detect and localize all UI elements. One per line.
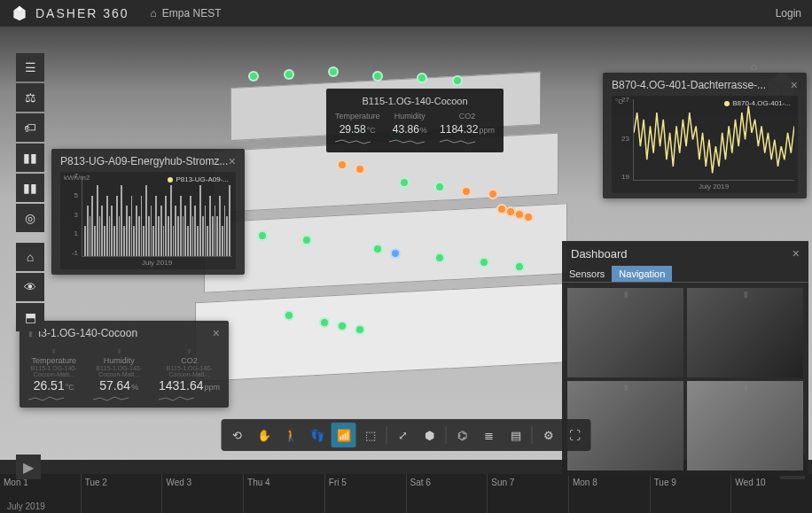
play-button[interactable]: ▶ bbox=[16, 455, 41, 479]
left-toolbar: ☰⚖🏷▮▮▮▮◎⌂👁⬒ bbox=[16, 53, 44, 331]
cocoon-panel[interactable]: ⦀ I3-1.OG-140-Cocoon × ⦀TemperatureB115-… bbox=[20, 321, 229, 408]
panel-title: P813-UG-A09-Energyhub-Stromz... bbox=[60, 155, 228, 167]
temperature-panel[interactable]: B870-4.OG-401-Dachterrasse-... × °C B870… bbox=[603, 73, 807, 198]
dashboard-thumbnail[interactable] bbox=[567, 288, 683, 377]
sensor-tooltip: B115-1.OG-140-Cocoon Temperature29.58°CH… bbox=[326, 89, 504, 152]
explode-icon[interactable]: ⤢ bbox=[391, 423, 416, 447]
logo-icon bbox=[11, 4, 28, 22]
panel-title: B870-4.OG-401-Dachterrasse-... bbox=[612, 79, 766, 91]
energy-panel[interactable]: P813-UG-A09-Energyhub-Stromz... × kWh/m2… bbox=[51, 149, 245, 275]
project-link[interactable]: ⌂ Empa NEST bbox=[151, 7, 222, 19]
eye-icon[interactable]: 👁 bbox=[16, 273, 44, 301]
chart-xlabel: July 2019 bbox=[633, 183, 794, 193]
cube-icon[interactable]: ⬢ bbox=[418, 423, 442, 447]
settings-icon[interactable]: ⚙ bbox=[536, 423, 561, 447]
home-icon: ⌂ bbox=[151, 7, 157, 19]
weight-icon[interactable]: ⚖ bbox=[16, 83, 44, 112]
tooltip-title: B115-1.OG-140-Cocoon bbox=[335, 96, 495, 106]
dashboard-title: Dashboard bbox=[571, 247, 628, 260]
footsteps-icon[interactable]: 👣 bbox=[305, 423, 330, 447]
pan-icon[interactable]: ✋ bbox=[252, 423, 277, 447]
project-name: Empa NEST bbox=[162, 7, 222, 19]
top-bar: DASHER 360 ⌂ Empa NEST Login bbox=[0, 0, 812, 27]
dashboard-grid bbox=[562, 283, 808, 476]
dashboard-panel[interactable]: Dashboard × SensorsNavigation bbox=[562, 241, 808, 476]
timeline-month-label: July 2019 bbox=[7, 501, 45, 511]
metric: ⦀HumidityB115-1.OG-140-Cocoon-Matt...57.… bbox=[93, 347, 144, 402]
target-icon[interactable]: ◎ bbox=[16, 204, 44, 232]
walk-icon[interactable]: 🚶 bbox=[278, 423, 303, 447]
dashboard-thumbnail[interactable] bbox=[687, 288, 803, 377]
timeline-day[interactable]: Thu 4 bbox=[243, 474, 324, 513]
timeline-day[interactable]: Wed 10 bbox=[730, 474, 812, 513]
login-link[interactable]: Login bbox=[776, 7, 801, 19]
close-icon[interactable]: × bbox=[792, 246, 800, 260]
close-icon[interactable]: × bbox=[213, 326, 220, 340]
close-icon[interactable]: × bbox=[791, 78, 798, 92]
properties-icon[interactable]: ▤ bbox=[504, 423, 528, 447]
layers-icon[interactable]: ≣ bbox=[477, 423, 502, 447]
timeline-day[interactable]: Tue 2 bbox=[81, 474, 162, 513]
dashboard-tab[interactable]: Navigation bbox=[612, 266, 672, 282]
app-title: DASHER 360 bbox=[35, 6, 129, 20]
close-icon[interactable]: × bbox=[229, 154, 236, 168]
timeline-day[interactable]: Sun 7 bbox=[487, 474, 568, 513]
metric: ⦀CO2B115-1.OG-140-Cocoon-Matt...1431.64p… bbox=[159, 347, 220, 402]
orbit-icon[interactable]: ⟲ bbox=[225, 423, 250, 447]
energy-chart: kWh/m2 P813-UG-A09-... 7531-1 July 2019 bbox=[60, 172, 236, 269]
metric: CO21184.32ppm bbox=[440, 112, 495, 145]
wifi-icon[interactable]: 📶 bbox=[332, 423, 356, 447]
list-icon[interactable]: ☰ bbox=[16, 53, 44, 82]
timeline-day[interactable]: Mon 8 bbox=[568, 474, 650, 513]
fullscreen-icon[interactable]: ⛶ bbox=[563, 423, 588, 447]
tag-icon[interactable]: 🏷 bbox=[16, 113, 44, 142]
bars-alt-icon[interactable]: ▮▮ bbox=[16, 174, 44, 202]
panel-title: I3-1.OG-140-Cocoon bbox=[38, 327, 137, 339]
metric: Temperature29.58°C bbox=[335, 112, 380, 145]
metric: ⦀TemperatureB115-1.OG-140-Cocoon-Matt...… bbox=[28, 347, 79, 402]
metric: Humidity43.86% bbox=[389, 112, 432, 145]
timeline-day[interactable]: Sat 6 bbox=[406, 474, 488, 513]
vr-icon[interactable]: ⬒ bbox=[16, 303, 44, 331]
viewcube-home-icon[interactable]: ⌂ bbox=[751, 60, 757, 73]
home-icon[interactable]: ⌂ bbox=[16, 243, 44, 271]
hierarchy-icon[interactable]: ⌬ bbox=[450, 423, 475, 447]
bottom-toolbar: ⟲✋🚶👣📶⬚⤢⬢⌬≣▤⚙⛶ bbox=[222, 419, 591, 451]
bars-icon[interactable]: ▮▮ bbox=[16, 144, 44, 172]
temperature-chart: °C B870-4.OG-401-... 272319 July 2019 bbox=[612, 96, 798, 193]
timeline-day[interactable]: Fri 5 bbox=[324, 474, 406, 513]
chart-xlabel: July 2019 bbox=[82, 259, 232, 269]
timeline-day[interactable]: Tue 9 bbox=[650, 474, 731, 513]
select-box-icon[interactable]: ⬚ bbox=[358, 423, 383, 447]
dashboard-tab[interactable]: Sensors bbox=[562, 266, 612, 282]
timeline-day[interactable]: Wed 3 bbox=[161, 474, 243, 513]
dashboard-thumbnail[interactable] bbox=[687, 381, 803, 470]
